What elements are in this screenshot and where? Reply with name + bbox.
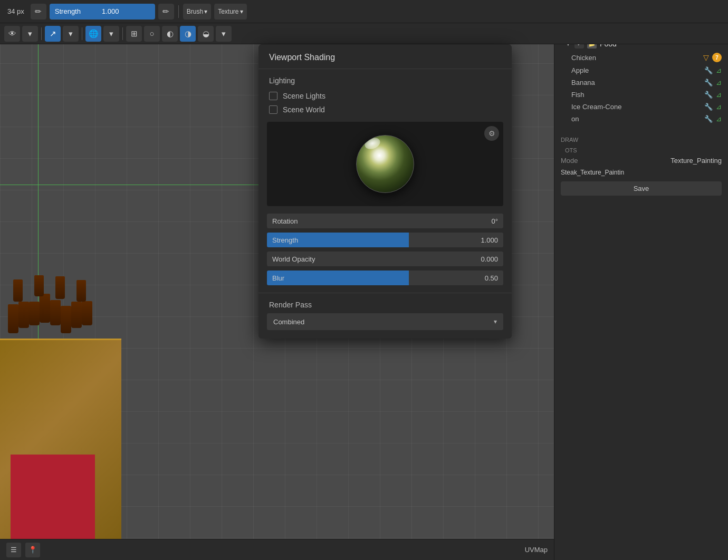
separator-3 (82, 27, 82, 40)
chicken-badge: 7 (712, 53, 722, 62)
texture-dropdown[interactable]: Texture ▾ (214, 4, 246, 20)
blur-row: Blur 0.50 (258, 268, 512, 287)
arrow-icon-btn[interactable]: ↗ (45, 26, 61, 42)
blur-slider-field[interactable]: Blur 0.50 (267, 271, 503, 285)
ots-label: ots (554, 144, 728, 155)
brush-dropdown[interactable]: Brush ▾ (183, 4, 211, 20)
sphere-chevron-btn[interactable]: ▾ (103, 26, 119, 42)
popup-strength-label: Strength (272, 236, 298, 244)
render-pass-label: Render Pass (258, 298, 512, 313)
filter-icon: ⊿ (716, 91, 722, 99)
banana-item-icons: 🔧 ⊿ (704, 79, 722, 86)
icecream-item-icons: 🔧 ⊿ (704, 103, 722, 111)
circle-icon-btn-2[interactable]: ◐ (162, 26, 178, 42)
strength-pen-icon[interactable]: ✏ (158, 4, 174, 20)
chevron-btn-1[interactable]: ▾ (22, 26, 38, 42)
uv-map-label: UVMap (525, 546, 548, 554)
grid-icon-btn[interactable]: ⊞ (126, 26, 142, 42)
world-opacity-label: World Opacity (272, 255, 315, 263)
bottom-icon-2[interactable]: 📍 (25, 543, 40, 557)
separator-1 (178, 5, 179, 18)
strength-row: Strength 1.000 (258, 230, 512, 249)
dropdown-chevron-icon: ▾ (494, 318, 497, 325)
scene-world-row[interactable]: Scene World (258, 103, 512, 117)
blur-value: 0.50 (485, 274, 498, 282)
separator-4 (122, 27, 123, 40)
combined-label: Combined (273, 318, 304, 326)
spacer (554, 125, 728, 133)
rotation-label: Rotation (272, 217, 298, 225)
mode-row: Mode Texture_Painting (554, 155, 728, 167)
rotation-field[interactable]: Rotation 0° (267, 214, 503, 228)
strength-slider-field[interactable]: Strength 1.000 (267, 233, 503, 247)
wrench-icon: 🔧 (704, 91, 713, 99)
list-item[interactable]: Ice Cream-Cone 🔧 ⊿ (554, 101, 728, 113)
save-button[interactable]: Save (561, 181, 722, 196)
mode-value: Texture_Painting (670, 157, 722, 165)
hdri-sphere (356, 135, 414, 193)
right-panel: ⊞ 🖼 🔍 Scene ⧉ ✕ ⊞ 🎬 Scene Collection ▼ ✓… (554, 0, 728, 560)
circle-icon-btn-1[interactable]: ○ (144, 26, 160, 42)
sphere-icon-btn[interactable]: 🌐 (85, 26, 101, 42)
world-opacity-row: World Opacity 0.000 (258, 249, 512, 268)
popup-strength-value: 1.000 (481, 236, 498, 244)
pen-icon-btn[interactable]: ✏ (31, 4, 46, 20)
wrench-icon: 🔧 (704, 115, 713, 123)
scene-lights-checkbox[interactable] (269, 92, 277, 100)
item-name-chicken: Chicken (571, 54, 596, 62)
filter-icon: ⊿ (716, 79, 722, 86)
render-pass-dropdown[interactable]: Combined ▾ (267, 313, 503, 330)
wrench-icon: 🔧 (704, 66, 713, 74)
shading-chevron-btn[interactable]: ▾ (216, 26, 232, 42)
hdri-gear-button[interactable]: ⚙ (484, 126, 499, 141)
pixel-size-label: 34 px (4, 7, 27, 15)
chicken-badge-icon: ▽ (703, 53, 709, 62)
separator-2 (41, 27, 42, 40)
circle-icon-btn-4[interactable]: ◒ (198, 26, 214, 42)
item-name-fish: Fish (571, 91, 585, 99)
circle-icon-btn-3[interactable]: ◑ (180, 26, 196, 42)
collection-items: Chicken ▽ 7 Apple 🔧 ⊿ Banana 🔧 ⊿ Fish (554, 51, 728, 125)
eye-icon-btn[interactable]: 👁 (4, 26, 20, 42)
hdri-preview-area: ⚙ (267, 122, 503, 206)
blur-label: Blur (272, 274, 284, 282)
chicken-item-icons: ▽ 7 (703, 53, 722, 62)
second-toolbar: 👁 ▾ ↗ ▾ 🌐 ▾ ⊞ ○ ◐ ◑ ◒ ▾ (0, 23, 728, 44)
texture-chevron-icon: ▾ (240, 8, 243, 15)
on-item-icons: 🔧 ⊿ (704, 115, 722, 123)
rotation-row: Rotation 0° (258, 211, 512, 230)
top-toolbar: 34 px ✏ Strength 1.000 ✏ Brush ▾ Texture… (0, 0, 728, 23)
world-opacity-field[interactable]: World Opacity 0.000 (267, 252, 503, 266)
scene-lights-label: Scene Lights (283, 92, 325, 100)
wrench-icon: 🔧 (704, 103, 713, 111)
apple-item-icons: 🔧 ⊿ (704, 66, 722, 74)
world-opacity-value: 0.000 (481, 255, 498, 263)
texture-name: Steak_Texture_Paintin (554, 167, 728, 178)
bottom-icon-1[interactable]: ☰ (6, 543, 21, 557)
lighting-section-label: Lighting (258, 69, 512, 89)
item-name-apple: Apple (571, 66, 589, 74)
list-item[interactable]: Banana 🔧 ⊿ (554, 76, 728, 89)
scene-lights-row[interactable]: Scene Lights (258, 89, 512, 103)
brush-label: Brush (187, 8, 203, 15)
item-name-on: on (571, 115, 579, 123)
texture-label: Texture (218, 8, 238, 15)
mode-label: Mode (561, 157, 578, 165)
scene-world-label: Scene World (283, 105, 325, 114)
brush-chevron-icon: ▾ (204, 8, 207, 15)
filter-icon: ⊿ (716, 103, 722, 111)
list-item[interactable]: Fish 🔧 ⊿ (554, 89, 728, 101)
filter-icon: ⊿ (716, 115, 722, 123)
scene-world-checkbox[interactable] (269, 105, 277, 114)
strength-value: 1.000 (102, 7, 119, 15)
strength-field[interactable]: Strength 1.000 (50, 4, 155, 20)
item-name-banana: Banana (571, 79, 595, 86)
filter-icon: ⊿ (716, 66, 722, 74)
rotation-value: 0° (492, 217, 498, 225)
item-name-icecream: Ice Cream-Cone (571, 103, 621, 111)
wrench-icon: 🔧 (704, 79, 713, 86)
arrow-chevron-btn[interactable]: ▾ (63, 26, 79, 42)
list-item[interactable]: on 🔧 ⊿ (554, 113, 728, 125)
list-item[interactable]: Chicken ▽ 7 (554, 51, 728, 64)
list-item[interactable]: Apple 🔧 ⊿ (554, 64, 728, 76)
